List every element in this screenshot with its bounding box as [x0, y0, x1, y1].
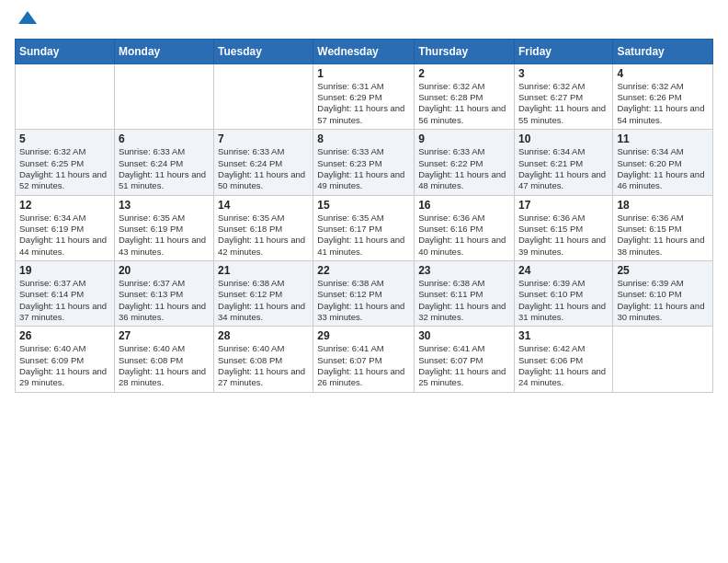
- calendar-cell: 27Sunrise: 6:40 AM Sunset: 6:08 PM Dayli…: [114, 327, 213, 392]
- day-number: 13: [119, 199, 210, 212]
- header-wednesday: Wednesday: [313, 39, 415, 63]
- calendar-cell: 31Sunrise: 6:42 AM Sunset: 6:06 PM Dayli…: [514, 327, 612, 392]
- day-info: Sunrise: 6:38 AM Sunset: 6:12 PM Dayligh…: [317, 278, 410, 323]
- calendar-cell: 21Sunrise: 6:38 AM Sunset: 6:12 PM Dayli…: [214, 260, 313, 326]
- day-info: Sunrise: 6:38 AM Sunset: 6:12 PM Dayligh…: [218, 278, 309, 323]
- calendar-cell: 16Sunrise: 6:36 AM Sunset: 6:16 PM Dayli…: [415, 195, 515, 260]
- calendar-cell: 13Sunrise: 6:35 AM Sunset: 6:19 PM Dayli…: [114, 195, 213, 260]
- day-info: Sunrise: 6:36 AM Sunset: 6:16 PM Dayligh…: [418, 213, 510, 258]
- day-info: Sunrise: 6:32 AM Sunset: 6:28 PM Dayligh…: [418, 81, 510, 126]
- day-info: Sunrise: 6:40 AM Sunset: 6:08 PM Dayligh…: [119, 343, 210, 388]
- header-tuesday: Tuesday: [214, 39, 313, 63]
- day-number: 1: [317, 67, 410, 80]
- calendar-cell: 11Sunrise: 6:34 AM Sunset: 6:20 PM Dayli…: [613, 130, 713, 195]
- day-info: Sunrise: 6:40 AM Sunset: 6:09 PM Dayligh…: [19, 343, 110, 388]
- day-number: 24: [518, 264, 609, 277]
- day-number: 3: [518, 67, 609, 80]
- day-info: Sunrise: 6:34 AM Sunset: 6:20 PM Dayligh…: [617, 146, 709, 191]
- header-thursday: Thursday: [415, 39, 515, 63]
- calendar-cell: 20Sunrise: 6:37 AM Sunset: 6:13 PM Dayli…: [114, 260, 213, 326]
- day-info: Sunrise: 6:39 AM Sunset: 6:10 PM Dayligh…: [617, 278, 709, 323]
- header-saturday: Saturday: [613, 39, 713, 63]
- calendar-cell: 5Sunrise: 6:32 AM Sunset: 6:25 PM Daylig…: [16, 130, 115, 195]
- calendar-cell: 2Sunrise: 6:32 AM Sunset: 6:28 PM Daylig…: [415, 63, 515, 129]
- day-info: Sunrise: 6:36 AM Sunset: 6:15 PM Dayligh…: [518, 213, 609, 258]
- day-info: Sunrise: 6:41 AM Sunset: 6:07 PM Dayligh…: [418, 343, 510, 388]
- day-number: 22: [317, 264, 410, 277]
- calendar-cell: 25Sunrise: 6:39 AM Sunset: 6:10 PM Dayli…: [613, 260, 713, 326]
- calendar-cell: 12Sunrise: 6:34 AM Sunset: 6:19 PM Dayli…: [16, 195, 115, 260]
- day-number: 27: [119, 329, 210, 342]
- day-number: 30: [418, 329, 510, 342]
- header-sunday: Sunday: [16, 39, 115, 63]
- day-info: Sunrise: 6:35 AM Sunset: 6:17 PM Dayligh…: [317, 213, 410, 258]
- calendar-cell: 3Sunrise: 6:32 AM Sunset: 6:27 PM Daylig…: [514, 63, 612, 129]
- week-row-1: 5Sunrise: 6:32 AM Sunset: 6:25 PM Daylig…: [16, 130, 713, 195]
- day-number: 14: [218, 199, 309, 212]
- calendar-cell: 1Sunrise: 6:31 AM Sunset: 6:29 PM Daylig…: [313, 63, 415, 129]
- day-info: Sunrise: 6:35 AM Sunset: 6:19 PM Dayligh…: [119, 213, 210, 258]
- calendar-cell: 22Sunrise: 6:38 AM Sunset: 6:12 PM Dayli…: [313, 260, 415, 326]
- day-info: Sunrise: 6:39 AM Sunset: 6:10 PM Dayligh…: [518, 278, 609, 323]
- calendar-table: SundayMondayTuesdayWednesdayThursdayFrid…: [15, 39, 713, 393]
- day-number: 8: [317, 132, 410, 145]
- calendar-cell: 6Sunrise: 6:33 AM Sunset: 6:24 PM Daylig…: [114, 130, 213, 195]
- day-info: Sunrise: 6:41 AM Sunset: 6:07 PM Dayligh…: [317, 343, 410, 388]
- calendar-cell: 30Sunrise: 6:41 AM Sunset: 6:07 PM Dayli…: [415, 327, 515, 392]
- day-number: 28: [218, 329, 309, 342]
- calendar-cell: 4Sunrise: 6:32 AM Sunset: 6:26 PM Daylig…: [613, 63, 713, 129]
- day-info: Sunrise: 6:37 AM Sunset: 6:13 PM Dayligh…: [119, 278, 210, 323]
- calendar-cell: 8Sunrise: 6:33 AM Sunset: 6:23 PM Daylig…: [313, 130, 415, 195]
- week-row-2: 12Sunrise: 6:34 AM Sunset: 6:19 PM Dayli…: [16, 195, 713, 260]
- calendar-cell: 19Sunrise: 6:37 AM Sunset: 6:14 PM Dayli…: [16, 260, 115, 326]
- day-number: 21: [218, 264, 309, 277]
- day-number: 6: [119, 132, 210, 145]
- logo-icon: [17, 7, 37, 28]
- day-number: 17: [518, 199, 609, 212]
- day-number: 4: [617, 67, 709, 80]
- day-info: Sunrise: 6:34 AM Sunset: 6:19 PM Dayligh…: [19, 213, 110, 258]
- day-info: Sunrise: 6:42 AM Sunset: 6:06 PM Dayligh…: [518, 343, 609, 388]
- day-number: 15: [317, 199, 410, 212]
- day-info: Sunrise: 6:37 AM Sunset: 6:14 PM Dayligh…: [19, 278, 110, 323]
- week-row-3: 19Sunrise: 6:37 AM Sunset: 6:14 PM Dayli…: [16, 260, 713, 326]
- calendar-cell: 28Sunrise: 6:40 AM Sunset: 6:08 PM Dayli…: [214, 327, 313, 392]
- svg-marker-0: [18, 11, 37, 24]
- calendar-cell: 9Sunrise: 6:33 AM Sunset: 6:22 PM Daylig…: [415, 130, 515, 195]
- day-info: Sunrise: 6:35 AM Sunset: 6:18 PM Dayligh…: [218, 213, 309, 258]
- calendar-cell: 23Sunrise: 6:38 AM Sunset: 6:11 PM Dayli…: [415, 260, 515, 326]
- calendar-cell: [16, 63, 115, 129]
- calendar-cell: [613, 327, 713, 392]
- calendar-cell: 17Sunrise: 6:36 AM Sunset: 6:15 PM Dayli…: [514, 195, 612, 260]
- day-number: 31: [518, 329, 609, 342]
- day-number: 26: [19, 329, 110, 342]
- calendar-cell: 29Sunrise: 6:41 AM Sunset: 6:07 PM Dayli…: [313, 327, 415, 392]
- header-monday: Monday: [114, 39, 213, 63]
- day-number: 25: [617, 264, 709, 277]
- day-number: 19: [19, 264, 110, 277]
- header-friday: Friday: [514, 39, 612, 63]
- day-number: 5: [19, 132, 110, 145]
- day-number: 18: [617, 199, 709, 212]
- day-number: 12: [19, 199, 110, 212]
- calendar-cell: 15Sunrise: 6:35 AM Sunset: 6:17 PM Dayli…: [313, 195, 415, 260]
- day-info: Sunrise: 6:32 AM Sunset: 6:27 PM Dayligh…: [518, 81, 609, 126]
- calendar-cell: 24Sunrise: 6:39 AM Sunset: 6:10 PM Dayli…: [514, 260, 612, 326]
- day-number: 16: [418, 199, 510, 212]
- day-info: Sunrise: 6:38 AM Sunset: 6:11 PM Dayligh…: [418, 278, 510, 323]
- day-number: 23: [418, 264, 510, 277]
- day-number: 20: [119, 264, 210, 277]
- day-info: Sunrise: 6:32 AM Sunset: 6:26 PM Dayligh…: [617, 81, 709, 126]
- calendar-cell: 10Sunrise: 6:34 AM Sunset: 6:21 PM Dayli…: [514, 130, 612, 195]
- day-info: Sunrise: 6:36 AM Sunset: 6:15 PM Dayligh…: [617, 213, 709, 258]
- header: [15, 9, 713, 31]
- day-number: 11: [617, 132, 709, 145]
- calendar-cell: 14Sunrise: 6:35 AM Sunset: 6:18 PM Dayli…: [214, 195, 313, 260]
- calendar-header-row: SundayMondayTuesdayWednesdayThursdayFrid…: [16, 39, 713, 63]
- day-info: Sunrise: 6:34 AM Sunset: 6:21 PM Dayligh…: [518, 146, 609, 191]
- day-info: Sunrise: 6:32 AM Sunset: 6:25 PM Dayligh…: [19, 146, 110, 191]
- calendar-cell: 18Sunrise: 6:36 AM Sunset: 6:15 PM Dayli…: [613, 195, 713, 260]
- week-row-4: 26Sunrise: 6:40 AM Sunset: 6:09 PM Dayli…: [16, 327, 713, 392]
- day-number: 10: [518, 132, 609, 145]
- day-info: Sunrise: 6:33 AM Sunset: 6:22 PM Dayligh…: [418, 146, 510, 191]
